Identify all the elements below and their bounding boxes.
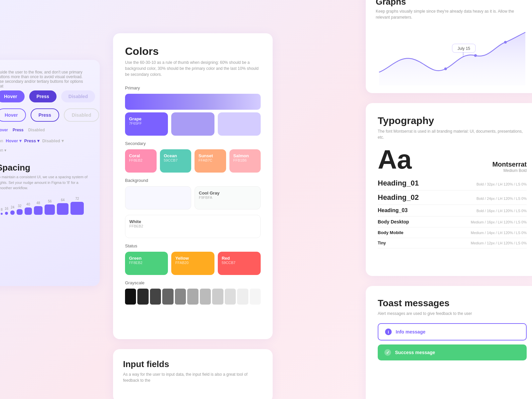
spacing-label: 56 xyxy=(48,200,52,203)
grayscale-item-7 xyxy=(212,289,223,305)
grayscale-item-3 xyxy=(162,289,173,305)
typo-style-spec: Medium / 14px / LH 120% / LS 0% xyxy=(471,231,527,235)
coral-swatch: Coral FF8EB2 xyxy=(125,149,157,173)
toast-info-text: Info message xyxy=(396,329,425,334)
typo-row-tiny: TinyMedium / 12px / LH 120% / LS 0% xyxy=(378,238,527,248)
status-label: Status xyxy=(125,243,261,248)
disabled-button-3: Disabled xyxy=(28,128,45,132)
grape-swatch: Grape 7F65FF xyxy=(125,112,168,136)
typography-title: Typography xyxy=(378,115,527,126)
hover-button-3[interactable]: Hover xyxy=(0,128,8,132)
spacing-item-40: 40 xyxy=(25,202,32,215)
background-swatches-row: Cool Gray F9FBFA xyxy=(125,186,261,209)
hover-button-2[interactable]: Hover xyxy=(0,108,26,122)
typography-styles: Heading_01Bold / 32px / LH 120% / LS 0%H… xyxy=(378,176,527,248)
disabled-button-4: Disabled ▾ xyxy=(42,138,64,143)
graph-svg: July 15 xyxy=(376,26,529,85)
dropdown-label-1: tion xyxy=(0,139,3,143)
typo-row-heading-02: Heading_02Bold / 24px / LH 120% / LS 0% xyxy=(378,191,527,205)
disabled-button-2: Disabled xyxy=(64,108,99,122)
secondary-label: Secondary xyxy=(125,141,261,146)
btn-row-2: Hover Press Disabled xyxy=(0,108,90,122)
typo-style-spec: Medium / 12px / LH 120% / LS 0% xyxy=(471,241,527,245)
spacing-section: Spacing To maintain a consistent UI, we … xyxy=(0,163,90,215)
cool-gray-swatch: Cool Gray F9FBFA xyxy=(195,186,261,209)
grayscale-item-9 xyxy=(237,289,248,305)
spacing-label: 16 xyxy=(5,207,8,210)
colors-title: Colors xyxy=(125,45,261,58)
font-weights: Medium Bold xyxy=(492,168,527,173)
primary-strip xyxy=(125,94,261,110)
spacing-item-48: 48 xyxy=(34,201,43,215)
grayscale-item-4 xyxy=(175,289,186,305)
typo-style-name: Body Desktop xyxy=(378,219,409,224)
toast-desc: Alert messages are used to give feedback… xyxy=(378,311,527,317)
spacing-box xyxy=(5,212,8,215)
grayscale-item-5 xyxy=(187,289,198,305)
input-fields-card: Input fields As a way for the user to in… xyxy=(113,349,273,399)
buttons-description: Guide the user to the flow, and don't us… xyxy=(0,70,90,88)
grayscale-row xyxy=(125,289,261,305)
spacing-item-24: 24 xyxy=(10,205,15,215)
graph-desc: Keep graphs visually simple since they'r… xyxy=(376,8,529,20)
typography-desc: The font Montserrat is used in all brand… xyxy=(378,128,527,140)
bg-swatch-1 xyxy=(125,186,191,209)
spacing-box xyxy=(70,202,84,215)
spacing-item-72: 72 xyxy=(70,197,84,215)
graph-dot-2 xyxy=(474,54,477,57)
grayscale-item-6 xyxy=(200,289,211,305)
ocean-swatch: Ocean 59CCB7 xyxy=(160,149,192,173)
status-swatches-row: Green FF8EB2 Yellow FFAB20 Red 59CCB7 xyxy=(125,252,261,275)
press-button-3[interactable]: Press xyxy=(13,128,24,132)
toast-success-text: Success message xyxy=(395,350,435,355)
spacing-label: 40 xyxy=(26,202,30,206)
spacing-box xyxy=(45,204,55,215)
colors-desc: Use the 60-30-10 as a rule of thumb when… xyxy=(125,60,261,77)
typo-style-spec: Medium / 16px / LH 120% / LS 0% xyxy=(471,220,527,224)
press-button-2[interactable]: Press xyxy=(31,108,59,122)
toast-title: Toast messages xyxy=(378,298,527,309)
grayscale-item-0 xyxy=(125,289,136,305)
press-button-1[interactable]: Press xyxy=(29,90,57,102)
input-fields-title: Input fields xyxy=(123,359,263,369)
typography-card: Typography The font Montserrat is used i… xyxy=(366,103,532,276)
spacing-item-64: 64 xyxy=(57,198,68,215)
graph-dot-1 xyxy=(444,67,447,70)
btn-row-3: Hover Press Disabled xyxy=(0,128,90,132)
secondary-swatches-row: Coral FF8EB2 Ocean 59CCB7 Sunset FFAB7C … xyxy=(125,149,261,173)
yellow-swatch: Yellow FFAB20 xyxy=(171,252,214,275)
disabled-button-1: Disabled xyxy=(61,90,95,102)
typo-row-body mobile: Body MobileMedium / 14px / LH 120% / LS … xyxy=(378,227,527,238)
dropdown-label-2: tion ▾ xyxy=(0,148,6,153)
spacing-box xyxy=(34,206,43,215)
spacing-item-56: 56 xyxy=(45,200,55,215)
spacing-item-16: 16 xyxy=(5,207,8,215)
press-button-4[interactable]: Press ▾ xyxy=(24,138,40,143)
input-fields-desc: As a way for the user to input data, the… xyxy=(123,371,263,383)
hover-button-1[interactable]: Hover xyxy=(0,90,25,102)
grayscale-item-10 xyxy=(250,289,261,305)
graph-tooltip-text: July 15 xyxy=(458,46,470,51)
spacing-box xyxy=(57,203,68,215)
background-label: Background xyxy=(125,178,261,183)
grape-light-swatch xyxy=(171,112,214,136)
spacing-label: 72 xyxy=(75,197,79,200)
btn-row-1: Hover Press Disabled xyxy=(0,90,90,102)
spacing-label: 32 xyxy=(18,204,22,208)
grayscale-item-2 xyxy=(150,289,161,305)
typo-style-spec: Bold / 16px / LH 120% / LS 0% xyxy=(476,209,527,213)
graph-area: July 15 xyxy=(376,26,529,85)
salmon-swatch: Salmon FFB1B6 xyxy=(229,149,261,173)
spacing-box xyxy=(17,209,23,215)
hover-button-4[interactable]: Hover ▾ xyxy=(6,138,21,143)
grayscale-item-1 xyxy=(137,289,148,305)
typo-style-name: Heading_02 xyxy=(378,193,419,202)
spacing-box xyxy=(10,210,15,215)
red-swatch: Red 59CCB7 xyxy=(218,252,261,275)
spacing-item-8: 8 xyxy=(1,208,3,215)
toast-info-message: i Info message xyxy=(378,323,527,340)
spacing-item-32: 32 xyxy=(17,204,23,215)
toast-info-icon: i xyxy=(385,329,392,335)
typo-style-name: Body Mobile xyxy=(378,230,403,235)
typo-row-heading-01: Heading_01Bold / 32px / LH 120% / LS 0% xyxy=(378,176,527,191)
